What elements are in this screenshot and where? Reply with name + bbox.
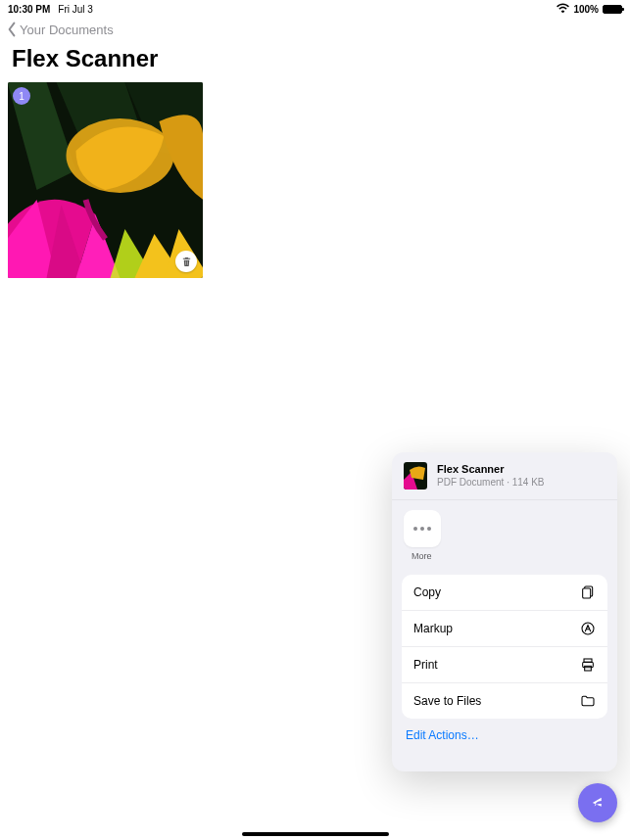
back-button[interactable]: Your Documents [6,22,114,37]
wifi-icon [557,3,569,15]
home-indicator[interactable] [242,832,389,836]
copy-icon [580,584,596,600]
action-save-to-files-label: Save to Files [413,694,481,708]
chevron-left-icon [6,22,18,37]
share-sheet: Flex Scanner PDF Document · 114 KB More … [392,452,617,771]
action-copy[interactable]: Copy [402,575,607,610]
share-extensions-row: More [392,500,617,565]
status-time: 10:30 PM [8,4,50,15]
page-title: Flex Scanner [0,43,630,78]
battery-icon [603,5,622,14]
svg-rect-8 [585,666,592,671]
share-doc-thumb [404,462,427,490]
share-sheet-header: Flex Scanner PDF Document · 114 KB [392,452,617,500]
edit-actions-link[interactable]: Edit Actions… [392,728,617,771]
page-count-badge: 1 [13,87,30,105]
status-date: Fri Jul 3 [58,4,93,15]
action-markup-label: Markup [413,622,453,635]
status-bar: 10:30 PM Fri Jul 3 100% [0,0,630,16]
action-print-label: Print [413,658,438,672]
markup-icon [580,621,596,636]
share-icon [589,794,606,812]
share-actions-list: Copy Markup Print Save to Files [402,575,607,719]
action-markup[interactable]: Markup [402,610,607,646]
folder-icon [580,693,596,709]
action-save-to-files[interactable]: Save to Files [402,682,607,719]
ellipsis-icon [413,527,431,531]
share-doc-title: Flex Scanner [437,463,545,476]
share-doc-subtitle: PDF Document · 114 KB [437,477,545,489]
document-image [8,82,203,278]
svg-rect-4 [583,588,591,598]
action-copy-label: Copy [413,585,441,599]
battery-percent: 100% [573,4,599,15]
document-thumbnail[interactable]: 1 [8,82,203,278]
print-icon [580,657,596,673]
more-extensions-label: More [404,551,606,561]
trash-icon [181,256,192,267]
delete-button[interactable] [175,251,197,272]
action-print[interactable]: Print [402,646,607,682]
more-extensions-button[interactable] [404,510,441,547]
share-fab[interactable] [578,783,617,822]
nav-bar: Your Documents [0,16,630,43]
back-label: Your Documents [20,23,114,37]
